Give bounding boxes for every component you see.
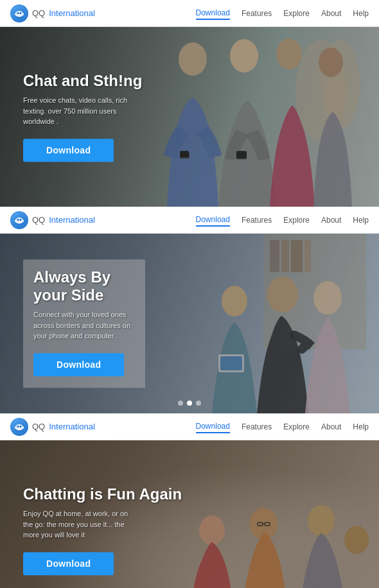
hero1-download-button[interactable]: Download	[23, 139, 114, 162]
brand-international-3: International	[49, 422, 95, 431]
brand-qq-3: QQ	[32, 422, 45, 431]
nav-about-2[interactable]: About	[321, 214, 341, 226]
nav-about-3[interactable]: About	[321, 421, 341, 433]
hero-slide-3: Chatting is Fun Again Enjoy QQ at home, …	[0, 440, 379, 588]
hero3-title: Chatting is Fun Again	[23, 485, 182, 503]
nav-menu-3: Download Features Explore About Help	[196, 420, 369, 433]
svg-point-2	[17, 12, 19, 14]
brand-logo[interactable]: QQ International	[10, 4, 95, 22]
brand-international-2: International	[49, 215, 95, 225]
nav-download-2[interactable]: Download	[196, 214, 230, 227]
nav-explore-2[interactable]: Explore	[283, 214, 310, 226]
qq-logo-icon-2	[10, 211, 28, 229]
navbar-3: QQ International Download Features Explo…	[0, 413, 379, 440]
brand-international: International	[49, 8, 95, 18]
svg-point-17	[20, 219, 22, 221]
navbar-2: QQ International Download Features Explo…	[0, 207, 379, 234]
nav-download[interactable]: Download	[196, 7, 230, 20]
qq-logo-icon-3	[10, 418, 28, 436]
hero-slide-1: Chat and Sth!ng Free voice chats, video …	[0, 27, 379, 207]
svg-point-15	[15, 218, 23, 224]
svg-point-30	[17, 426, 19, 428]
nav-help-2[interactable]: Help	[353, 214, 369, 226]
hero-slide-2: Always By your Side Connect with your lo…	[0, 234, 379, 413]
nav-help-3[interactable]: Help	[353, 421, 369, 433]
nav-features-2[interactable]: Features	[242, 214, 272, 226]
svg-point-3	[20, 12, 22, 14]
hero1-title: Chat and Sth!ng	[23, 72, 142, 90]
nav-explore-3[interactable]: Explore	[283, 421, 310, 433]
nav-features[interactable]: Features	[242, 8, 272, 19]
nav-explore[interactable]: Explore	[283, 8, 310, 19]
hero3-content: Chatting is Fun Again Enjoy QQ at home, …	[23, 485, 182, 575]
nav-menu-2: Download Features Explore About Help	[196, 214, 369, 227]
svg-point-16	[17, 219, 19, 221]
brand-qq: QQ	[32, 8, 45, 18]
nav-download-3[interactable]: Download	[196, 420, 230, 433]
svg-point-1	[15, 11, 23, 17]
hero3-download-button[interactable]: Download	[23, 552, 114, 575]
svg-point-31	[20, 426, 22, 428]
carousel-dots-2	[178, 401, 201, 406]
hero2-content: Always By your Side Connect with your lo…	[23, 259, 145, 388]
brand-qq-2: QQ	[32, 215, 45, 225]
hero2-title: Always By your Side	[33, 268, 135, 304]
hero1-desc: Free voice chats, video calls, rich text…	[23, 95, 132, 127]
nav-features-3[interactable]: Features	[242, 421, 272, 433]
hero1-content: Chat and Sth!ng Free voice chats, video …	[23, 72, 142, 162]
nav-menu: Download Features Explore About Help	[196, 7, 369, 20]
dot-3[interactable]	[196, 401, 201, 406]
qq-logo-icon	[10, 4, 28, 22]
brand-logo-2[interactable]: QQ International	[10, 211, 95, 229]
svg-point-29	[15, 424, 23, 431]
nav-about[interactable]: About	[321, 8, 341, 19]
hero2-download-button[interactable]: Download	[33, 353, 124, 376]
navbar-1: QQ International Download Features Explo…	[0, 0, 379, 27]
brand-logo-3[interactable]: QQ International	[10, 418, 95, 436]
hero2-textbox: Always By your Side Connect with your lo…	[23, 259, 145, 388]
hero2-desc: Connect with your loved ones across bord…	[33, 309, 135, 342]
dot-2[interactable]	[187, 401, 192, 406]
hero3-desc: Enjoy QQ at home, at work, or on the go:…	[23, 508, 132, 540]
dot-1[interactable]	[178, 401, 183, 406]
nav-help[interactable]: Help	[353, 8, 369, 19]
